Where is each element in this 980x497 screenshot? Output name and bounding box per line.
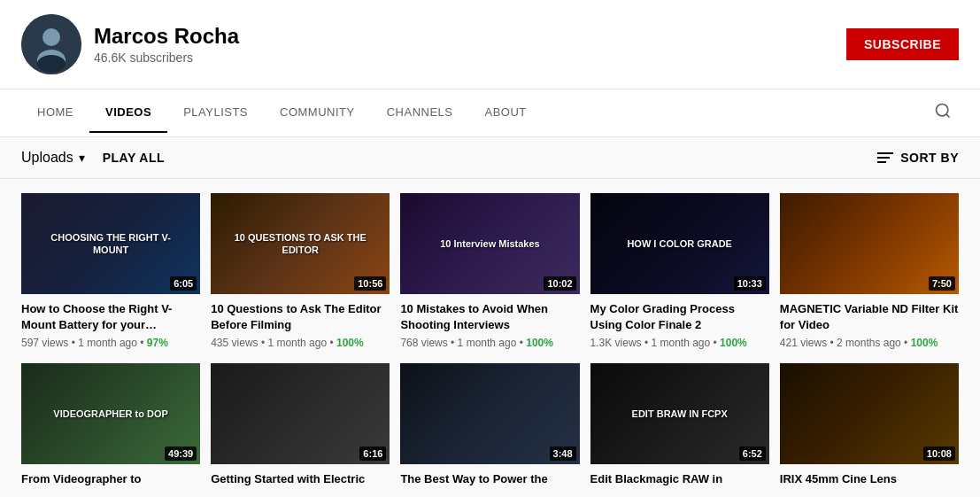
chevron-down-icon: ▾: [79, 151, 85, 165]
video-card[interactable]: 3:48 The Best Way to Power the: [400, 363, 579, 491]
video-title: 10 Questions to Ask The Editor Before Fi…: [211, 301, 390, 333]
video-duration: 6:16: [359, 447, 386, 461]
video-thumbnail: 7:50: [780, 193, 959, 294]
thumbnail-label: 10 QUESTIONS TO ASK THE EDITOR: [220, 228, 381, 260]
video-thumbnail: CHOOSING THE RIGHT V-MOUNT 6:05: [21, 193, 200, 294]
channel-nav: HOME VIDEOS PLAYLISTS COMMUNITY CHANNELS…: [0, 89, 980, 137]
thumbnail-label: EDIT BRAW IN FCPX: [599, 404, 760, 423]
video-toolbar: Uploads ▾ PLAY ALL SORT BY: [0, 137, 980, 179]
video-title: IRIX 45mm Cine Lens: [780, 471, 959, 487]
video-thumbnail: VIDEOGRAPHER to DOP 49:39: [21, 363, 200, 464]
video-duration: 6:05: [170, 276, 197, 291]
video-title: From Videographer to: [21, 471, 200, 487]
video-card[interactable]: 6:16 Getting Started with Electric: [211, 363, 390, 491]
video-thumbnail: 3:48: [400, 363, 579, 464]
subscriber-count: 46.6K subscribers: [94, 50, 239, 65]
nav-item-community[interactable]: COMMUNITY: [264, 93, 371, 133]
nav-item-home[interactable]: HOME: [21, 93, 89, 133]
video-title: MAGNETIC Variable ND Filter Kit for Vide…: [780, 301, 959, 333]
video-duration: 10:02: [544, 276, 575, 291]
search-icon[interactable]: [927, 89, 959, 136]
thumbnail-label: CHOOSING THE RIGHT V-MOUNT: [30, 228, 191, 260]
svg-point-3: [37, 55, 66, 73]
video-card[interactable]: CHOOSING THE RIGHT V-MOUNT 6:05 How to C…: [21, 193, 200, 349]
sort-by-label: SORT BY: [900, 151, 959, 165]
channel-text-info: Marcos Rocha 46.6K subscribers: [94, 24, 239, 65]
svg-line-5: [946, 114, 950, 118]
video-card[interactable]: 7:50 MAGNETIC Variable ND Filter Kit for…: [780, 193, 959, 349]
video-duration: 10:08: [923, 447, 955, 461]
nav-item-channels[interactable]: CHANNELS: [371, 93, 469, 133]
channel-name: Marcos Rocha: [94, 24, 239, 49]
svg-point-4: [937, 105, 948, 116]
video-thumbnail: 10 Interview Mistakes 10:02: [400, 193, 579, 294]
nav-item-about[interactable]: ABOUT: [469, 93, 543, 133]
video-thumbnail: HOW I COLOR GRADE 10:33: [590, 193, 769, 294]
video-title: Edit Blackmagic RAW in: [590, 471, 769, 487]
video-duration: 7:50: [929, 276, 955, 291]
video-meta: 768 views • 1 month ago • 100%: [400, 337, 579, 349]
thumbnail-label: VIDEOGRAPHER to DOP: [30, 404, 191, 423]
nav-item-videos[interactable]: VIDEOS: [89, 93, 167, 133]
channel-header: Marcos Rocha 46.6K subscribers SUBSCRIBE: [0, 0, 980, 89]
play-all-button[interactable]: PLAY ALL: [103, 151, 165, 165]
video-title: How to Choose the Right V-Mount Battery …: [21, 301, 200, 333]
video-meta: 597 views • 1 month ago • 97%: [21, 337, 200, 349]
video-duration: 49:39: [165, 447, 197, 461]
video-grid: CHOOSING THE RIGHT V-MOUNT 6:05 How to C…: [0, 179, 980, 497]
video-title: Getting Started with Electric: [211, 471, 390, 487]
video-title: My Color Grading Process Using Color Fin…: [590, 301, 769, 333]
sort-by-button[interactable]: SORT BY: [877, 151, 959, 165]
subscribe-button[interactable]: SUBSCRIBE: [846, 28, 959, 60]
svg-point-1: [42, 28, 60, 46]
video-card[interactable]: 10 QUESTIONS TO ASK THE EDITOR 10:56 10 …: [211, 193, 390, 349]
video-thumbnail: 10 QUESTIONS TO ASK THE EDITOR 10:56: [211, 193, 390, 294]
video-card[interactable]: 10 Interview Mistakes 10:02 10 Mistakes …: [400, 193, 579, 349]
video-duration: 6:52: [739, 447, 766, 461]
video-duration: 10:33: [734, 276, 766, 291]
video-card[interactable]: 10:08 IRIX 45mm Cine Lens: [780, 363, 959, 491]
toolbar-left-group: Uploads ▾ PLAY ALL: [21, 150, 165, 166]
uploads-label: Uploads: [21, 150, 73, 166]
video-duration: 3:48: [550, 447, 576, 461]
channel-info-group: Marcos Rocha 46.6K subscribers: [21, 14, 239, 74]
video-meta: 421 views • 2 months ago • 100%: [780, 337, 959, 349]
uploads-dropdown[interactable]: Uploads ▾: [21, 150, 85, 166]
channel-avatar[interactable]: [21, 14, 81, 74]
sort-icon: [877, 152, 893, 163]
thumbnail-label: 10 Interview Mistakes: [410, 234, 571, 253]
video-thumbnail: 10:08: [780, 363, 959, 464]
nav-item-playlists[interactable]: PLAYLISTS: [167, 93, 264, 133]
video-card[interactable]: HOW I COLOR GRADE 10:33 My Color Grading…: [590, 193, 769, 349]
video-meta: 435 views • 1 month ago • 100%: [211, 337, 390, 349]
video-card[interactable]: VIDEOGRAPHER to DOP 49:39 From Videograp…: [21, 363, 200, 491]
video-duration: 10:56: [354, 276, 386, 291]
video-meta: 1.3K views • 1 month ago • 100%: [590, 337, 769, 349]
video-thumbnail: EDIT BRAW IN FCPX 6:52: [590, 363, 769, 464]
thumbnail-label: HOW I COLOR GRADE: [599, 234, 760, 253]
video-card[interactable]: EDIT BRAW IN FCPX 6:52 Edit Blackmagic R…: [590, 363, 769, 491]
video-title: 10 Mistakes to Avoid When Shooting Inter…: [400, 301, 579, 333]
video-thumbnail: 6:16: [211, 363, 390, 464]
video-title: The Best Way to Power the: [400, 471, 579, 487]
